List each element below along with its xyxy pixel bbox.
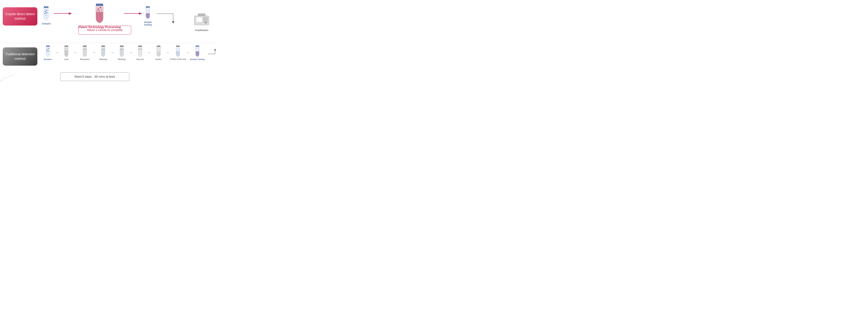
step-item-adsorption: Adsorption xyxy=(77,46,93,61)
step-tube-lysis xyxy=(63,46,70,57)
svg-point-35 xyxy=(66,49,66,50)
svg-rect-26 xyxy=(46,46,50,47)
step-tube-sampleloading xyxy=(194,46,201,57)
step-dash-5: – xyxy=(129,50,132,55)
amplification-icon xyxy=(193,13,210,27)
step-item-purified: Purified nucleic acid xyxy=(169,46,187,60)
svg-rect-39 xyxy=(101,49,105,50)
steps-box-text: Need 8 steps，60 mins at least xyxy=(74,75,115,79)
svg-point-33 xyxy=(65,48,66,49)
bottom-connect-arrow xyxy=(206,49,217,60)
step-label-washing1: Washing xyxy=(99,58,107,61)
svg-rect-9 xyxy=(96,4,103,6)
step-dash-6: – xyxy=(148,50,151,55)
arrow1-top xyxy=(54,11,72,17)
step-tube-washing2 xyxy=(119,46,125,57)
step-item-sampleloading: Sample loading xyxy=(190,46,205,61)
samples-tube-top: Samples xyxy=(42,6,51,25)
step-label-sampleloading: Sample loading xyxy=(190,58,205,61)
svg-point-1 xyxy=(45,11,46,12)
step-tube-washing1 xyxy=(100,46,106,57)
svg-point-30 xyxy=(46,51,47,52)
svg-rect-21 xyxy=(198,14,205,16)
step-item-lysis: Lysis xyxy=(59,46,74,61)
patent-tube-icon xyxy=(93,4,106,24)
step-tube-purified xyxy=(175,46,181,57)
top-section: Coyote direct detect method Samples xyxy=(0,4,217,40)
steps-row: Samples – Lysis – xyxy=(40,46,217,61)
step-item-washing2: Washing xyxy=(114,46,129,61)
svg-point-5 xyxy=(47,12,48,13)
svg-rect-32 xyxy=(64,46,68,47)
arrow1-svg xyxy=(54,11,72,16)
svg-rect-45 xyxy=(176,46,180,47)
step-dash-4: – xyxy=(111,50,114,55)
coyote-label: Coyote direct detect method xyxy=(3,7,37,26)
svg-point-34 xyxy=(66,48,67,49)
svg-marker-20 xyxy=(172,21,174,24)
samples-tube-icon xyxy=(42,6,50,21)
svg-point-28 xyxy=(48,48,49,49)
svg-point-12 xyxy=(99,10,100,11)
svg-point-25 xyxy=(205,22,207,24)
step-tube-samples xyxy=(45,46,51,57)
svg-point-11 xyxy=(99,7,101,8)
svg-rect-0 xyxy=(44,6,49,8)
svg-point-2 xyxy=(46,10,47,11)
svg-rect-46 xyxy=(195,46,199,47)
step-label-adsorption: Adsorption xyxy=(80,58,90,61)
step-item-washing1: Washing xyxy=(95,46,111,61)
svg-rect-41 xyxy=(120,49,123,50)
sample-loading-top: Sample loading xyxy=(144,6,152,26)
amplification-label: Amplification xyxy=(193,29,210,32)
svg-rect-44 xyxy=(157,46,160,47)
traditional-label-text: Traditional detection method xyxy=(3,52,37,61)
minute-text: About 1 minute to complete xyxy=(87,28,123,32)
step-label-samples: Samples xyxy=(44,58,52,61)
svg-rect-40 xyxy=(120,46,124,47)
step-tube-elution xyxy=(155,46,162,57)
svg-rect-42 xyxy=(138,46,142,47)
step-dash-3: – xyxy=(93,50,95,55)
svg-point-14 xyxy=(101,9,102,10)
step-label-spindry: Spin-dry xyxy=(136,58,144,61)
sample-loading-label-top: Sample loading xyxy=(144,21,152,26)
traditional-label: Traditional detection method xyxy=(3,48,37,66)
step-label-washing2: Washing xyxy=(118,58,125,61)
main-container: Coyote direct detect method Samples xyxy=(0,0,217,82)
step-item-spindry: Spin-dry xyxy=(132,46,148,61)
svg-rect-36 xyxy=(83,46,87,47)
patent-tube-container: Patent Technology Processing xyxy=(79,4,121,29)
amplification-device: Amplification xyxy=(193,13,210,32)
bottom-section: Traditional detection method Samples – xyxy=(0,44,217,82)
section-divider xyxy=(0,43,217,43)
svg-marker-49 xyxy=(214,49,216,50)
svg-point-3 xyxy=(45,12,46,13)
step-dash-7: – xyxy=(166,50,169,55)
svg-rect-24 xyxy=(204,17,208,22)
svg-marker-16 xyxy=(139,12,142,14)
step-dash-1: – xyxy=(56,50,59,55)
svg-marker-8 xyxy=(69,12,72,14)
svg-point-27 xyxy=(46,49,48,50)
step-label-elution: Elution xyxy=(155,58,162,61)
samples-label-top: Samples xyxy=(42,23,51,25)
svg-rect-17 xyxy=(146,6,150,8)
step-dash-2: – xyxy=(74,50,77,55)
svg-point-4 xyxy=(44,13,45,14)
minute-box: About 1 minute to complete xyxy=(79,26,131,35)
step-label-purified: Purified nucleic acid xyxy=(170,58,186,60)
step-dash-8: – xyxy=(187,50,190,55)
steps-box: Need 8 steps，60 mins at least xyxy=(60,72,129,81)
svg-point-29 xyxy=(48,51,48,52)
svg-point-31 xyxy=(49,51,49,51)
svg-point-13 xyxy=(97,10,98,11)
svg-point-10 xyxy=(97,8,99,10)
svg-rect-43 xyxy=(138,49,142,50)
step-tube-spindry xyxy=(137,46,144,57)
svg-rect-38 xyxy=(101,46,105,47)
step-item-elution: Elution xyxy=(151,46,166,61)
svg-point-6 xyxy=(46,15,46,16)
arrow2-top xyxy=(124,11,142,17)
step-tube-adsorption xyxy=(82,46,88,57)
